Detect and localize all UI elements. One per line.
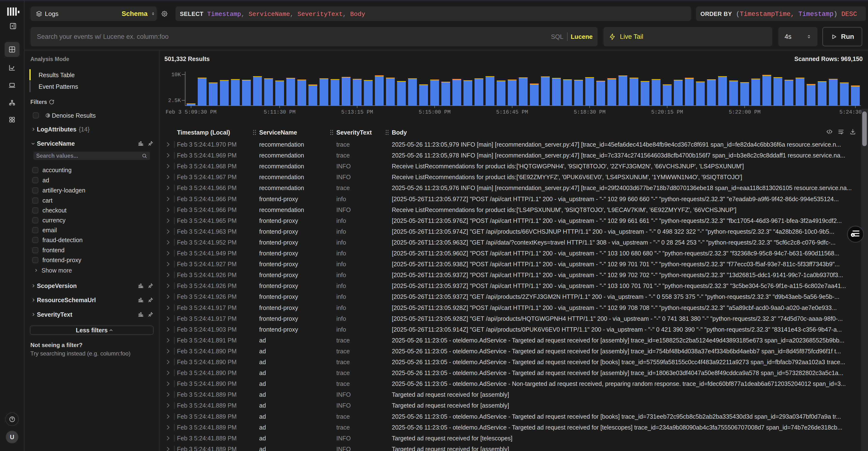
svg-text:5:15:00 PM: 5:15:00 PM xyxy=(419,109,451,115)
svg-text:5:18:30 PM: 5:18:30 PM xyxy=(574,109,606,115)
svg-text:5:16:45 PM: 5:16:45 PM xyxy=(496,109,528,115)
svg-text:10K: 10K xyxy=(171,72,181,78)
svg-text:2.5K: 2.5K xyxy=(168,98,181,104)
svg-text:5:20:15 PM: 5:20:15 PM xyxy=(651,109,683,115)
svg-text:5:13:15 PM: 5:13:15 PM xyxy=(341,109,373,115)
svg-text:5:11:30 PM: 5:11:30 PM xyxy=(264,109,296,115)
svg-text:5:22:00 PM: 5:22:00 PM xyxy=(728,109,761,115)
svg-text:Feb 3 5:09:30 PM: Feb 3 5:09:30 PM xyxy=(166,109,217,115)
